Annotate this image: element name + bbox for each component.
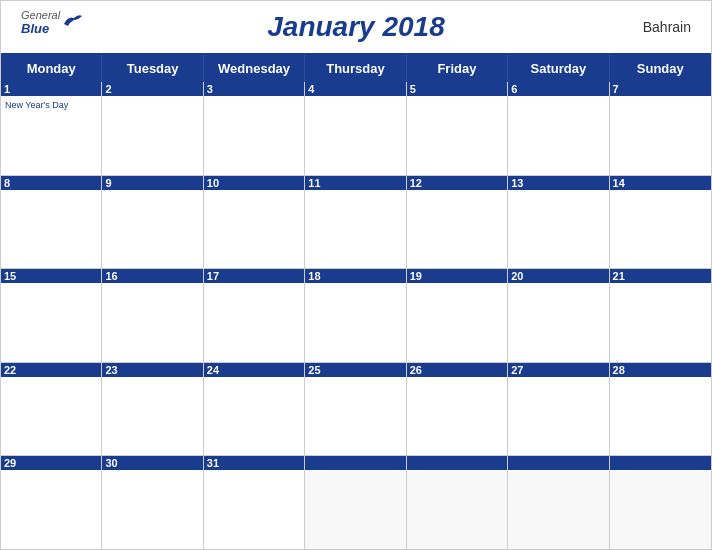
day-cell-22: 22 (1, 363, 102, 456)
day-cell-23: 23 (102, 363, 203, 456)
day-cell-7: 7 (610, 82, 711, 175)
day-header-tuesday: Tuesday (102, 55, 203, 82)
day-number: 18 (305, 269, 405, 283)
day-number: 31 (204, 456, 304, 470)
day-cell-29: 29 (1, 456, 102, 549)
day-cell-1: 1New Year's Day (1, 82, 102, 175)
day-number: 14 (610, 176, 711, 190)
day-number: 19 (407, 269, 507, 283)
day-number: 1 (1, 82, 101, 96)
day-cell-26: 26 (407, 363, 508, 456)
day-number: 21 (610, 269, 711, 283)
day-number: 28 (610, 363, 711, 377)
day-cell-17: 17 (204, 269, 305, 362)
logo-general: General (21, 9, 60, 21)
day-number: 10 (204, 176, 304, 190)
day-cell-15: 15 (1, 269, 102, 362)
weeks-container: 1New Year's Day2345678910111213141516171… (1, 82, 711, 549)
calendar-grid: MondayTuesdayWednesdayThursdayFridaySatu… (1, 53, 711, 549)
day-number: 27 (508, 363, 608, 377)
day-cell-empty (407, 456, 508, 549)
day-number: 3 (204, 82, 304, 96)
day-number-empty (508, 456, 608, 470)
day-number: 16 (102, 269, 202, 283)
day-cell-14: 14 (610, 176, 711, 269)
day-number: 12 (407, 176, 507, 190)
day-number: 6 (508, 82, 608, 96)
day-header-sunday: Sunday (610, 55, 711, 82)
country-label: Bahrain (643, 19, 691, 35)
logo-blue: Blue (21, 21, 60, 36)
holiday-label: New Year's Day (5, 100, 97, 110)
day-cell-21: 21 (610, 269, 711, 362)
day-number: 23 (102, 363, 202, 377)
logo-area: General Blue (21, 9, 84, 36)
day-number: 7 (610, 82, 711, 96)
day-header-monday: Monday (1, 55, 102, 82)
day-number: 5 (407, 82, 507, 96)
day-cell-9: 9 (102, 176, 203, 269)
day-number: 17 (204, 269, 304, 283)
day-cell-13: 13 (508, 176, 609, 269)
day-cell-6: 6 (508, 82, 609, 175)
day-cell-4: 4 (305, 82, 406, 175)
day-number: 30 (102, 456, 202, 470)
day-cell-8: 8 (1, 176, 102, 269)
day-cell-20: 20 (508, 269, 609, 362)
day-header-saturday: Saturday (508, 55, 609, 82)
week-row-4: 22232425262728 (1, 363, 711, 457)
day-header-friday: Friday (407, 55, 508, 82)
day-cell-11: 11 (305, 176, 406, 269)
day-cell-2: 2 (102, 82, 203, 175)
calendar-container: General Blue January 2018 Bahrain Monday… (0, 0, 712, 550)
day-cell-25: 25 (305, 363, 406, 456)
day-number: 4 (305, 82, 405, 96)
day-number: 29 (1, 456, 101, 470)
day-cell-31: 31 (204, 456, 305, 549)
week-row-5: 293031 (1, 456, 711, 549)
day-number: 15 (1, 269, 101, 283)
week-row-3: 15161718192021 (1, 269, 711, 363)
day-cell-28: 28 (610, 363, 711, 456)
day-number: 24 (204, 363, 304, 377)
week-row-1: 1New Year's Day234567 (1, 82, 711, 176)
day-cell-12: 12 (407, 176, 508, 269)
day-cell-empty (305, 456, 406, 549)
day-cell-10: 10 (204, 176, 305, 269)
day-cell-27: 27 (508, 363, 609, 456)
calendar-header: General Blue January 2018 Bahrain (1, 1, 711, 53)
week-row-2: 891011121314 (1, 176, 711, 270)
day-cell-18: 18 (305, 269, 406, 362)
day-cell-19: 19 (407, 269, 508, 362)
day-cell-16: 16 (102, 269, 203, 362)
day-number: 26 (407, 363, 507, 377)
day-header-thursday: Thursday (305, 55, 406, 82)
day-number: 8 (1, 176, 101, 190)
day-number: 25 (305, 363, 405, 377)
day-number-empty (305, 456, 405, 470)
day-cell-30: 30 (102, 456, 203, 549)
calendar-title: January 2018 (267, 11, 444, 43)
day-header-wednesday: Wednesday (204, 55, 305, 82)
day-cell-5: 5 (407, 82, 508, 175)
day-cell-empty (508, 456, 609, 549)
day-number-empty (610, 456, 711, 470)
day-number: 20 (508, 269, 608, 283)
day-cell-3: 3 (204, 82, 305, 175)
day-number-empty (407, 456, 507, 470)
day-number: 11 (305, 176, 405, 190)
day-cell-24: 24 (204, 363, 305, 456)
day-number: 13 (508, 176, 608, 190)
day-cell-empty (610, 456, 711, 549)
day-number: 22 (1, 363, 101, 377)
logo-bird-icon (62, 10, 84, 36)
day-number: 2 (102, 82, 202, 96)
day-number: 9 (102, 176, 202, 190)
day-headers-row: MondayTuesdayWednesdayThursdayFridaySatu… (1, 55, 711, 82)
